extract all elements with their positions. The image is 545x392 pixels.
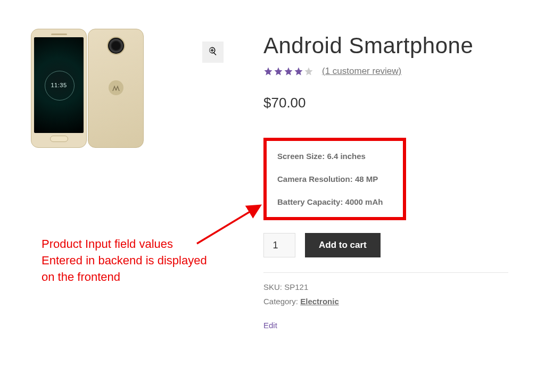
spec-screen-size: Screen Size: 6.4 inches	[277, 152, 395, 161]
motorola-logo-icon	[109, 80, 123, 95]
product-specs-box: Screen Size: 6.4 inches Camera Resolutio…	[263, 138, 406, 220]
star-rating	[263, 66, 313, 76]
divider	[263, 272, 508, 273]
product-price: $70.00	[263, 95, 514, 111]
category-line: Category: Electronic	[263, 297, 514, 306]
magnify-plus-icon	[208, 46, 218, 58]
customer-reviews-link[interactable]: (1 customer review)	[322, 66, 401, 77]
product-title: Android Smartphone	[263, 33, 514, 59]
quantity-input[interactable]	[263, 233, 295, 257]
product-image[interactable]	[31, 29, 228, 148]
add-to-cart-button[interactable]: Add to cart	[305, 233, 381, 257]
category-link[interactable]: Electronic	[300, 297, 339, 306]
star-icon	[263, 66, 273, 76]
zoom-button[interactable]	[202, 41, 224, 63]
star-icon	[274, 66, 283, 76]
sku-line: SKU: SP121	[263, 282, 514, 291]
star-icon	[304, 66, 313, 76]
star-icon	[284, 66, 293, 76]
spec-battery-capacity: Battery Capacity: 4000 mAh	[277, 197, 395, 206]
spec-camera-resolution: Camera Resolution: 48 MP	[277, 174, 395, 184]
edit-link[interactable]: Edit	[263, 321, 277, 330]
star-icon	[294, 66, 303, 76]
annotation-text: Product Input field values Entered in ba…	[42, 236, 244, 285]
